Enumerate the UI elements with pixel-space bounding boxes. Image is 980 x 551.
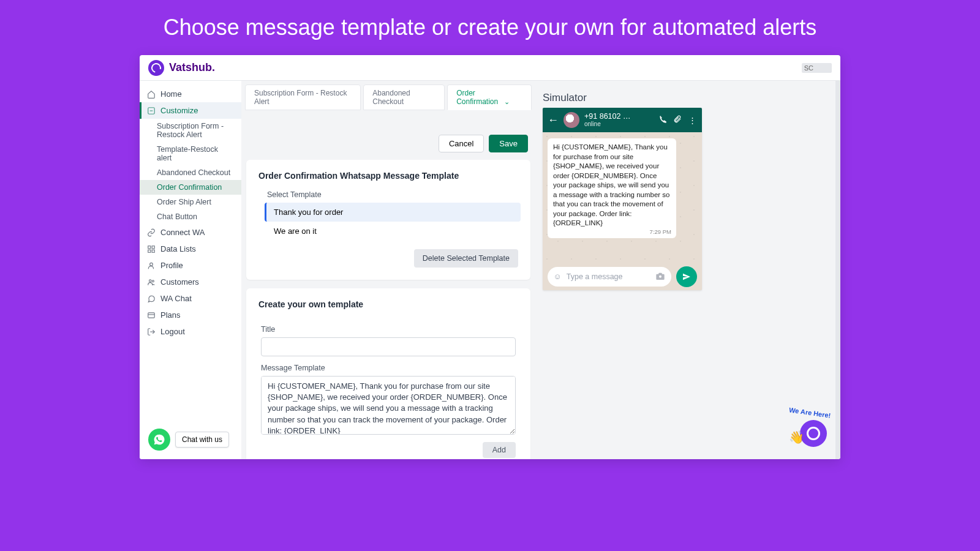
nav-home[interactable]: Home <box>140 86 241 102</box>
main: Subscription Form - Restock Alert Abando… <box>241 81 840 459</box>
form-actions: Cancel Save <box>246 135 530 152</box>
contact-info[interactable]: +91 86102 … online <box>584 113 653 128</box>
help-widget[interactable]: 👋 We Are Here! <box>800 420 827 447</box>
nav-customers[interactable]: Customers <box>140 274 241 290</box>
editor-scroll[interactable]: Cancel Save Order Confirmation Whatsapp … <box>241 110 535 459</box>
title-field-label: Title <box>261 325 516 334</box>
editor-column: Subscription Form - Restock Alert Abando… <box>241 81 535 459</box>
select-template-label: Select Template <box>267 190 518 199</box>
contact-status: online <box>584 121 653 127</box>
message-bubble: Hi {CUSTOMER_NAME}, Thank you for purcha… <box>548 138 676 238</box>
whatsapp-icon <box>148 429 170 451</box>
nav-datalists-label: Data Lists <box>160 244 196 253</box>
card2-title: Create your own template <box>258 299 518 309</box>
add-template-button[interactable]: Add <box>483 442 516 458</box>
simulator-column: Simulator ← +91 86102 … online <box>535 81 840 459</box>
link-icon <box>147 228 156 237</box>
users-icon <box>147 278 156 287</box>
nav-logout-label: Logout <box>160 327 185 336</box>
cancel-button[interactable]: Cancel <box>439 135 484 152</box>
svg-point-6 <box>149 279 152 282</box>
template-option-2[interactable]: We are on it <box>265 222 521 241</box>
more-icon[interactable]: ⋮ <box>687 116 697 125</box>
nav-profile-label: Profile <box>160 261 183 270</box>
app-window: Vatshub. SC Home Customize Subscription … <box>140 55 840 459</box>
svg-point-7 <box>152 280 154 282</box>
nav-connect-wa[interactable]: Connect WA <box>140 224 241 241</box>
svg-point-5 <box>150 263 153 266</box>
svg-rect-2 <box>152 246 154 248</box>
nav-sub-order-confirmation[interactable]: Order Confirmation <box>140 180 241 195</box>
nav-sub-abandoned[interactable]: Abandoned Checkout <box>140 165 241 180</box>
customize-icon <box>147 107 156 115</box>
wa-header: ← +91 86102 … online ⋮ <box>543 108 702 132</box>
sidebar: Home Customize Subscription Form - Resto… <box>140 81 241 459</box>
message-time: 7:29 PM <box>650 228 671 236</box>
back-icon[interactable]: ← <box>548 114 559 127</box>
nav-sub-restock-template[interactable]: Template-Restock alert <box>140 142 241 165</box>
wa-input-bar: ☺ Type a message <box>543 263 702 290</box>
tabs: Subscription Form - Restock Alert Abando… <box>241 81 535 110</box>
nav-datalists[interactable]: Data Lists <box>140 241 241 257</box>
card-icon <box>147 311 156 320</box>
nav-profile[interactable]: Profile <box>140 257 241 274</box>
send-button[interactable] <box>676 266 697 287</box>
user-badge[interactable]: SC <box>802 63 832 73</box>
brand[interactable]: Vatshub. <box>148 60 215 76</box>
title-input[interactable] <box>261 337 516 356</box>
svg-rect-1 <box>148 246 151 248</box>
wa-text-input[interactable]: ☺ Type a message <box>548 267 671 287</box>
contact-number: +91 86102 … <box>584 113 653 121</box>
template-list: Thank you for order We are on it <box>265 203 521 241</box>
nav-plans[interactable]: Plans <box>140 307 241 323</box>
nav-customize[interactable]: Customize <box>140 102 241 119</box>
create-template-card: Create your own template Title Message T… <box>246 288 530 459</box>
delete-template-button[interactable]: Delete Selected Template <box>414 249 518 268</box>
nav-sub-restock-form[interactable]: Subscription Form - Restock Alert <box>140 119 241 142</box>
tab-restock[interactable]: Subscription Form - Restock Alert <box>245 84 361 110</box>
home-icon <box>147 90 156 99</box>
chat-widget[interactable]: Chat with us <box>148 429 229 451</box>
chat-icon <box>147 294 156 303</box>
whatsapp-preview: ← +91 86102 … online ⋮ <box>543 108 702 290</box>
hero-heading: Choose message template or create your o… <box>164 15 817 40</box>
message-field-label: Message Template <box>261 364 516 372</box>
nav-wachat[interactable]: WA Chat <box>140 290 241 307</box>
camera-icon[interactable] <box>655 271 665 283</box>
nav-logout[interactable]: Logout <box>140 323 241 340</box>
grid-icon <box>147 245 156 253</box>
svg-rect-3 <box>148 250 151 252</box>
select-template-card: Order Confirmation Whatsapp Message Temp… <box>246 160 530 280</box>
wa-body: Hi {CUSTOMER_NAME}, Thank you for purcha… <box>543 132 702 263</box>
call-icon[interactable] <box>658 115 668 126</box>
brand-logo-icon <box>148 60 164 76</box>
nav-sub-ship-alert[interactable]: Order Ship Alert <box>140 195 241 209</box>
tab-order-confirmation[interactable]: Order Confirmation <box>447 84 532 110</box>
nav-plans-label: Plans <box>160 310 181 320</box>
nav-customers-label: Customers <box>160 277 199 287</box>
svg-point-9 <box>659 275 662 277</box>
card1-title: Order Confirmation Whatsapp Message Temp… <box>258 171 518 181</box>
logout-icon <box>147 328 156 336</box>
emoji-icon[interactable]: ☺ <box>554 272 562 281</box>
nav-connect-label: Connect WA <box>160 228 205 237</box>
nav-wachat-label: WA Chat <box>160 294 192 303</box>
user-icon <box>147 261 156 270</box>
wa-placeholder: Type a message <box>567 272 650 281</box>
tab-abandoned[interactable]: Abandoned Checkout <box>363 84 445 110</box>
simulator-title: Simulator <box>543 92 828 104</box>
topbar: Vatshub. SC <box>140 55 840 81</box>
contact-avatar <box>564 112 579 128</box>
svg-rect-8 <box>148 312 155 317</box>
message-textarea[interactable] <box>261 376 516 435</box>
nav-customize-label: Customize <box>160 106 198 115</box>
scrollbar[interactable] <box>835 81 840 459</box>
nav-sub-chat-button[interactable]: Chat Button <box>140 209 241 224</box>
save-button[interactable]: Save <box>489 135 528 152</box>
chat-pill-label: Chat with us <box>175 432 229 448</box>
brand-text: Vatshub. <box>169 61 215 74</box>
nav-home-label: Home <box>160 89 182 99</box>
template-option-1[interactable]: Thank you for order <box>265 203 521 222</box>
attach-icon[interactable] <box>673 115 682 126</box>
svg-rect-4 <box>152 250 154 252</box>
